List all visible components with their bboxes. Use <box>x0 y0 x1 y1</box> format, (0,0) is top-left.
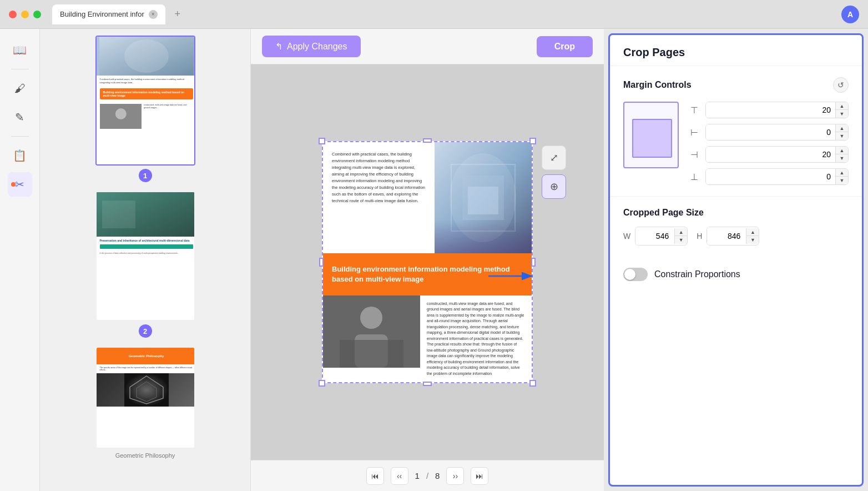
page1-orange-bar: Building environment information modelin… <box>100 88 193 99</box>
handle-top-right[interactable] <box>529 138 536 144</box>
margin-left-input[interactable] <box>706 147 835 162</box>
resize-tool-button[interactable]: ⤢ <box>542 146 566 170</box>
avatar: A <box>841 6 859 23</box>
margin-bottom-input[interactable] <box>706 169 835 184</box>
sidebar-item-layers[interactable]: 📋 <box>8 143 32 168</box>
margin-right-input[interactable] <box>706 124 835 140</box>
page1-top-image <box>97 37 195 76</box>
page-number-badge-2: 2 <box>139 324 152 338</box>
svg-point-17 <box>360 307 382 329</box>
sidebar-item-book[interactable]: 📖 <box>8 38 32 62</box>
constrain-proportions-toggle[interactable] <box>623 268 648 281</box>
handle-top-left[interactable] <box>319 138 325 144</box>
margin-right-stepper: ▲ ▼ <box>835 124 848 140</box>
page2-teal-bar <box>100 244 193 249</box>
page-size-section: Cropped Page Size W ▲ ▼ H <box>610 197 862 257</box>
width-increase[interactable]: ▲ <box>675 228 687 236</box>
page1-person-image <box>100 104 142 129</box>
width-input[interactable] <box>635 227 674 245</box>
center-icon: ⊕ <box>550 181 558 193</box>
first-page-icon: ⏮ <box>371 472 379 480</box>
browser-tab[interactable]: Building Environment infor × <box>52 4 165 24</box>
close-button[interactable] <box>9 11 17 18</box>
margin-top-icon: ⊤ <box>688 105 701 116</box>
sidebar-item-brush[interactable]: 🖌 <box>8 76 32 101</box>
margin-left-increase[interactable]: ▲ <box>836 147 848 154</box>
margin-left-row: ⊣ ▲ ▼ <box>688 146 849 163</box>
separator-2 <box>11 136 29 137</box>
reset-margins-button[interactable]: ↺ <box>833 77 849 93</box>
thumbnail-page-2[interactable]: Preservation and inheritance of architec… <box>47 191 244 338</box>
margin-bottom-increase[interactable]: ▲ <box>836 169 848 177</box>
height-input[interactable] <box>707 227 746 245</box>
tab-close-button[interactable]: × <box>149 10 158 19</box>
page-container: Combined with practical cases, the build… <box>322 141 533 384</box>
maximize-button[interactable] <box>33 11 41 18</box>
last-page-button[interactable]: ⏭ <box>471 467 488 485</box>
margin-left-input-wrap: ▲ ▼ <box>705 146 849 163</box>
handle-top[interactable] <box>423 138 432 143</box>
section-title-page-size: Cropped Page Size <box>623 208 849 218</box>
first-page-button[interactable]: ⏮ <box>366 467 384 485</box>
crop-button[interactable]: Crop <box>537 36 593 57</box>
panel-header: Crop Pages <box>610 35 862 66</box>
margin-bottom-decrease[interactable]: ▼ <box>836 177 848 184</box>
margin-right-row: ⊢ ▲ ▼ <box>688 124 849 141</box>
constrain-label: Constrain Proportions <box>654 269 740 279</box>
margin-bottom-stepper: ▲ ▼ <box>835 169 848 184</box>
thumbnail-page-3[interactable]: Geometric Philosophy The specific areas … <box>47 347 244 459</box>
titlebar: Building Environment infor × + A <box>0 0 868 29</box>
margin-top-increase[interactable]: ▲ <box>836 102 848 110</box>
sidebar-item-edit[interactable]: ✎ <box>8 105 32 129</box>
edit-icon: ✎ <box>15 111 24 124</box>
apply-changes-button[interactable]: ↰ Apply Changes <box>262 36 361 57</box>
right-panel: Crop Pages Margin Controls ↺ ⊤ <box>608 33 864 487</box>
svg-rect-7 <box>102 201 135 228</box>
sidebar-item-crop[interactable]: ✂ <box>8 172 32 197</box>
handle-right[interactable] <box>531 258 536 267</box>
margin-top-decrease[interactable]: ▼ <box>836 110 848 118</box>
margin-right-decrease[interactable]: ▼ <box>836 132 848 140</box>
icon-sidebar: 📖 🖌 ✎ 📋 ✂ <box>0 29 40 491</box>
page3-title: Geometric Philosophy <box>97 348 195 364</box>
margin-right-icon: ⊢ <box>688 127 701 138</box>
brush-icon: 🖌 <box>14 82 26 95</box>
svg-rect-15 <box>468 187 498 214</box>
reset-icon: ↺ <box>837 81 844 89</box>
height-decrease[interactable]: ▼ <box>746 236 759 244</box>
margin-controls: ⊤ ▲ ▼ ⊢ <box>623 102 849 185</box>
next-page-icon: ›› <box>453 472 458 480</box>
page1-text: Combined with practical cases, the build… <box>97 76 195 86</box>
margin-top-input[interactable] <box>706 102 835 118</box>
minimize-button[interactable] <box>21 11 29 18</box>
handle-left[interactable] <box>319 258 324 267</box>
margin-top-input-wrap: ▲ ▼ <box>705 102 849 118</box>
prev-page-button[interactable]: ‹‹ <box>391 467 408 485</box>
handle-bottom[interactable] <box>423 382 432 386</box>
handle-bottom-left[interactable] <box>319 380 325 387</box>
geometric-philosophy-label: Geometric Philosophy <box>115 452 175 459</box>
doc-left-text: Combined with practical cases, the build… <box>323 142 435 253</box>
page1-bottom-text: constructed, multi-view image data are f… <box>144 104 193 129</box>
active-dot <box>11 182 16 187</box>
crop-icon: ✂ <box>15 178 24 191</box>
margin-bottom-input-wrap: ▲ ▼ <box>705 168 849 185</box>
page3-geo-image <box>97 373 195 407</box>
handle-bottom-right[interactable] <box>529 380 536 387</box>
center-tool-button[interactable]: ⊕ <box>542 174 566 199</box>
margin-inner <box>632 119 672 158</box>
height-field: H ▲ ▼ <box>697 227 759 246</box>
margin-left-decrease[interactable]: ▼ <box>836 154 848 162</box>
page2-title: Preservation and inheritance of architec… <box>97 237 195 244</box>
next-page-button[interactable]: ›› <box>446 467 464 485</box>
new-tab-button[interactable]: + <box>170 7 185 22</box>
width-decrease[interactable]: ▼ <box>675 236 687 244</box>
page-slash: / <box>426 471 428 480</box>
margin-right-increase[interactable]: ▲ <box>836 124 848 132</box>
height-increase[interactable]: ▲ <box>746 228 759 236</box>
width-field: W ▲ ▼ <box>623 227 688 246</box>
image-overlay <box>435 220 532 253</box>
toggle-thumb <box>624 269 635 280</box>
margin-inputs: ⊤ ▲ ▼ ⊢ <box>688 102 849 185</box>
thumbnail-page-1[interactable]: Combined with practical cases, the build… <box>47 36 244 182</box>
